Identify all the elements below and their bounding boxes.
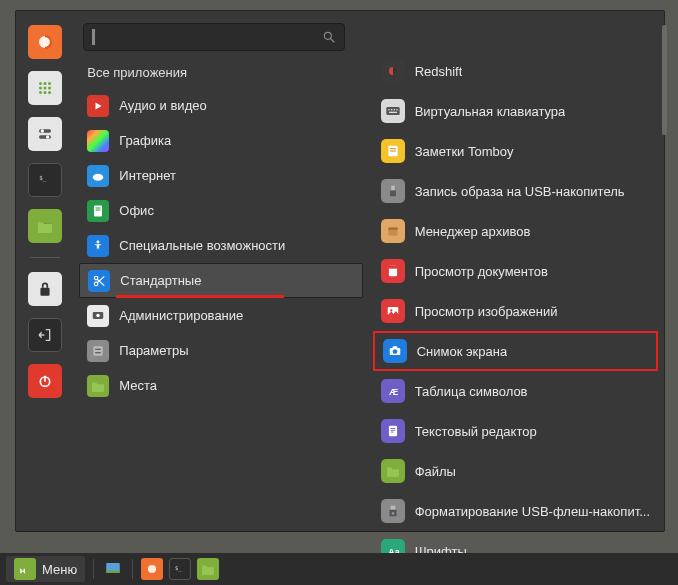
folder-icon (87, 375, 109, 397)
categories-column: Все приложения Аудио и видеоГрафикаИнтер… (73, 11, 368, 531)
svg-point-7 (39, 91, 42, 94)
category-item[interactable]: Места (79, 368, 362, 403)
svg-point-5 (43, 87, 46, 90)
taskbar-terminal[interactable]: $_ (169, 558, 191, 580)
app-item[interactable]: Файлы (373, 451, 658, 491)
screenshot-icon (383, 339, 407, 363)
svg-rect-44 (390, 148, 396, 149)
svg-rect-24 (96, 207, 101, 208)
svg-point-26 (97, 240, 100, 243)
palette-icon (87, 130, 109, 152)
power-icon (37, 373, 53, 389)
app-item[interactable]: Запись образа на USB-накопитель (373, 171, 658, 211)
taskbar-separator (93, 559, 94, 579)
files-icon (381, 459, 405, 483)
app-item[interactable]: Менеджер архивов (373, 211, 658, 251)
app-item[interactable]: Просмотр изображений (373, 291, 658, 331)
favorite-files[interactable] (28, 209, 62, 243)
application-menu: $_ (15, 10, 665, 532)
svg-point-22 (93, 173, 104, 180)
svg-rect-47 (390, 190, 396, 196)
category-label: Аудио и видео (119, 98, 206, 113)
app-label: Виртуальная клавиатура (415, 104, 566, 119)
svg-rect-68 (106, 571, 120, 573)
svg-rect-41 (396, 109, 397, 110)
favorite-lock[interactable] (28, 272, 62, 306)
favorite-firefox[interactable] (28, 25, 62, 59)
svg-point-4 (39, 87, 42, 90)
keyboard-icon (381, 99, 405, 123)
svg-point-1 (39, 82, 42, 85)
svg-rect-59 (390, 428, 395, 429)
svg-point-3 (48, 82, 51, 85)
category-label: Параметры (119, 343, 188, 358)
app-item[interactable]: Redshift (373, 51, 658, 91)
app-label: Форматирование USB-флеш-накопит... (415, 504, 650, 519)
taskbar-files[interactable] (197, 558, 219, 580)
category-item[interactable]: Офис (79, 193, 362, 228)
svg-point-12 (40, 129, 43, 132)
app-item[interactable]: Текстовый редактор (373, 411, 658, 451)
terminal-icon: $_ (38, 173, 52, 187)
taskbar-show-desktop[interactable] (102, 558, 124, 580)
favorite-terminal[interactable]: $_ (28, 163, 62, 197)
category-item[interactable]: Специальные возможности (79, 228, 362, 263)
app-item[interactable]: Заметки Tomboy (373, 131, 658, 171)
all-apps-header[interactable]: Все приложения (79, 59, 362, 84)
favorite-apps-grid[interactable] (28, 71, 62, 105)
apps-grid-icon (36, 79, 54, 97)
category-item[interactable]: Администрирование (79, 298, 362, 333)
category-label: Офис (119, 203, 154, 218)
svg-point-2 (43, 82, 46, 85)
svg-rect-33 (94, 346, 103, 355)
favorites-separator (30, 257, 60, 258)
scrollbar-thumb[interactable] (662, 25, 667, 135)
taskbar-firefox[interactable] (141, 558, 163, 580)
search-input[interactable] (101, 30, 322, 45)
svg-text:$_: $_ (175, 565, 182, 572)
app-label: Запись образа на USB-накопитель (415, 184, 625, 199)
svg-rect-62 (390, 506, 395, 510)
play-icon (87, 95, 109, 117)
category-item[interactable]: Интернет (79, 158, 362, 193)
favorite-power[interactable] (28, 364, 62, 398)
app-label: Таблица символов (415, 384, 528, 399)
svg-text:$_: $_ (39, 175, 47, 182)
svg-marker-20 (96, 102, 102, 109)
category-item[interactable]: Стандартные (79, 263, 362, 298)
app-item[interactable]: ÆТаблица символов (373, 371, 658, 411)
scissors-icon (88, 270, 110, 292)
svg-point-21 (93, 135, 104, 146)
favorites-column: $_ (16, 11, 73, 531)
svg-rect-51 (389, 266, 397, 269)
app-label: Менеджер архивов (415, 224, 531, 239)
charmap-icon: Æ (381, 379, 405, 403)
favorite-settings[interactable] (28, 117, 62, 151)
svg-rect-39 (391, 109, 392, 110)
category-label: Места (119, 378, 157, 393)
app-item[interactable]: Форматирование USB-флеш-накопит... (373, 491, 658, 531)
svg-point-69 (148, 565, 156, 573)
app-item[interactable]: Снимок экрана (373, 331, 658, 371)
category-label: Стандартные (120, 273, 201, 288)
svg-rect-46 (391, 186, 395, 191)
favorite-logout[interactable] (28, 318, 62, 352)
svg-rect-56 (392, 346, 397, 348)
category-item[interactable]: Параметры (79, 333, 362, 368)
category-item[interactable]: Аудио и видео (79, 88, 362, 123)
svg-rect-15 (40, 288, 49, 296)
cloud-icon (87, 165, 109, 187)
menu-button-label: Меню (42, 562, 77, 577)
redshift-icon (381, 59, 405, 83)
menu-button[interactable]: ⲙ Меню (6, 556, 85, 582)
app-item[interactable]: Просмотр документов (373, 251, 658, 291)
app-item[interactable]: Виртуальная клавиатура (373, 91, 658, 131)
category-item[interactable]: Графика (79, 123, 362, 158)
category-label: Специальные возможности (119, 238, 285, 253)
search-field[interactable] (83, 23, 345, 51)
format-icon (381, 499, 405, 523)
taskbar: ⲙ Меню $_ (0, 553, 678, 585)
svg-text:ⲙ: ⲙ (20, 565, 26, 575)
category-label: Администрирование (119, 308, 243, 323)
folder-icon (36, 219, 54, 233)
